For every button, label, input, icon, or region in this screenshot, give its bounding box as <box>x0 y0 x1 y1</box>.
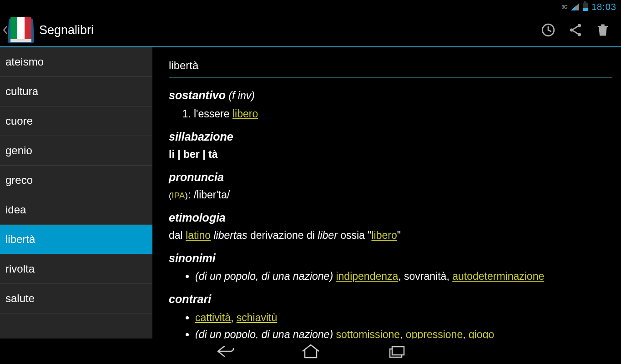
sidebar-item[interactable]: idea <box>0 195 152 225</box>
sidebar-item-label: cultura <box>5 85 38 98</box>
section-pronunciation: pronuncia <box>169 170 612 185</box>
definition-link[interactable]: libero <box>232 108 258 120</box>
sidebar-item-label: libertà <box>5 233 35 246</box>
sidebar-item-label: ateismo <box>5 56 44 68</box>
antonym-link[interactable]: sottomissione <box>336 329 400 339</box>
synonym-link[interactable]: autodeterminazione <box>452 270 544 282</box>
page-title: Segnalibri <box>39 23 94 37</box>
system-nav-bar <box>0 339 621 364</box>
history-button[interactable] <box>535 16 562 44</box>
antonym-link[interactable]: cattività <box>195 312 231 324</box>
antonym-link[interactable]: giogo <box>469 329 494 339</box>
antonym-link[interactable]: schiavitù <box>237 312 277 324</box>
etymology-line: dal latino libertas derivazione di liber… <box>169 228 612 243</box>
definition-item: l'essere libero <box>194 107 612 121</box>
share-button[interactable] <box>562 16 589 44</box>
pos-grammar: (f inv) <box>228 90 255 101</box>
svg-rect-5 <box>392 347 404 355</box>
etym-link[interactable]: latino <box>186 229 211 241</box>
clock-time: 18:03 <box>591 2 616 12</box>
battery-icon <box>583 3 588 11</box>
status-bar: 3G 18:03 <box>0 0 621 14</box>
synonym-link[interactable]: indipendenza <box>336 270 398 282</box>
section-etymology: etimologia <box>169 210 612 226</box>
pos-label: sostantivo <box>169 89 226 101</box>
antonym-link[interactable]: oppressione <box>406 329 463 339</box>
nav-back-button[interactable] <box>214 343 236 360</box>
antonym-item: cattività, schiavitù <box>195 311 612 325</box>
sidebar-item[interactable]: salute <box>0 284 152 313</box>
sidebar-item-label: cuore <box>5 115 33 127</box>
sidebar-item[interactable]: genio <box>0 136 152 166</box>
section-antonyms: contrari <box>169 292 612 307</box>
sidebar-item[interactable]: libertà <box>0 225 152 254</box>
section-synonyms: sinonimi <box>169 251 612 266</box>
entry-headword: libertà <box>169 58 612 78</box>
network-indicator: 3G <box>562 5 567 10</box>
sidebar-item[interactable]: greco <box>0 166 152 195</box>
sidebar-item[interactable]: cuore <box>0 106 152 136</box>
signal-icon <box>571 3 579 10</box>
bookmarks-sidebar[interactable]: ateismo cultura cuore genio greco idea l… <box>0 47 153 339</box>
sidebar-item-label: salute <box>5 292 35 305</box>
sidebar-item-label: genio <box>5 144 32 157</box>
sidebar-item[interactable]: rivolta <box>0 254 152 284</box>
synonym-item: (di un popolo, di una nazione) indipende… <box>195 269 612 283</box>
section-syllabation: sillabazione <box>169 129 612 145</box>
sidebar-item-label: rivolta <box>5 263 35 275</box>
syllabation-value: li | ber | tà <box>169 147 612 162</box>
nav-recents-button[interactable] <box>385 343 407 360</box>
app-icon[interactable] <box>8 17 34 43</box>
sidebar-item[interactable]: ateismo <box>0 47 152 77</box>
etym-link[interactable]: libero <box>371 229 397 241</box>
nav-home-button[interactable] <box>300 343 322 360</box>
back-button[interactable] <box>2 23 8 37</box>
antonym-item: (di un popolo, di una nazione) sottomiss… <box>195 328 612 339</box>
sidebar-item-label: greco <box>5 174 33 187</box>
action-bar: Segnalibri <box>0 14 621 47</box>
sidebar-item-label: idea <box>5 203 26 216</box>
pronunciation-line: (IPA): /liber'ta/ <box>169 188 612 202</box>
sidebar-item[interactable]: cultura <box>0 77 152 106</box>
delete-button[interactable] <box>589 16 616 44</box>
ipa-link[interactable]: IPA <box>172 191 185 200</box>
definition-content[interactable]: libertà sostantivo (f inv) l'essere libe… <box>153 47 621 339</box>
